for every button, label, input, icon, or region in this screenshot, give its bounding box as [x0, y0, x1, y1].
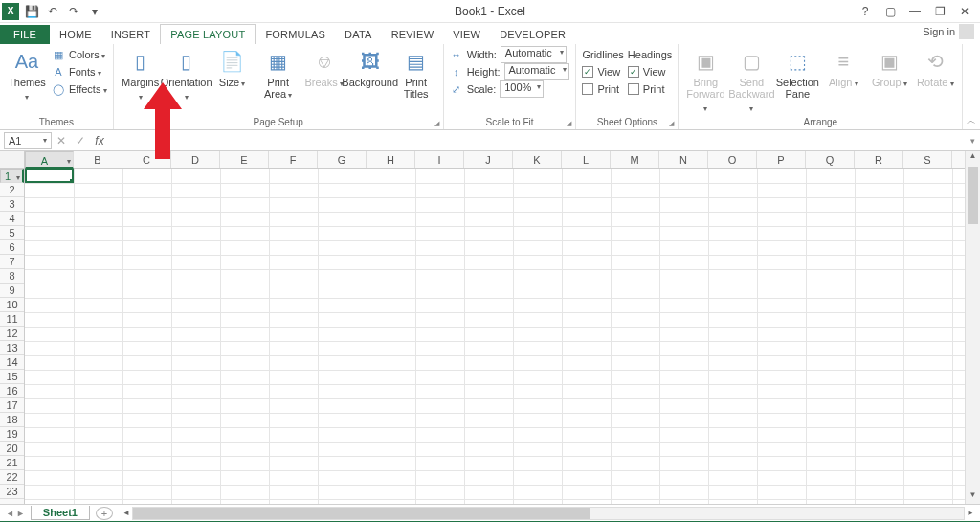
- rotate-button[interactable]: ⟲Rotate: [914, 46, 956, 90]
- row-header[interactable]: 2: [0, 183, 24, 197]
- expand-formula-bar-icon[interactable]: ▾: [965, 136, 980, 146]
- row-header[interactable]: 17: [0, 398, 24, 413]
- column-header[interactable]: Q: [806, 151, 855, 168]
- scroll-down-icon[interactable]: ▼: [966, 490, 980, 504]
- column-header[interactable]: F: [269, 151, 318, 168]
- scroll-left-icon[interactable]: ◄: [120, 508, 133, 519]
- bring-forward-button[interactable]: ▣Bring Forward: [684, 46, 726, 115]
- column-header[interactable]: M: [611, 151, 659, 168]
- tab-insert[interactable]: INSERT: [101, 25, 160, 44]
- print-area-button[interactable]: ▦Print Area: [257, 46, 300, 102]
- row-header[interactable]: 22: [0, 470, 24, 485]
- gridlines-print-check[interactable]: Print: [582, 80, 619, 98]
- column-header[interactable]: R: [855, 151, 903, 168]
- headings-view-check[interactable]: ✓View: [628, 63, 666, 80]
- tab-developer[interactable]: DEVELOPER: [490, 25, 575, 44]
- column-header[interactable]: A: [25, 151, 74, 169]
- row-header[interactable]: 8: [0, 269, 24, 284]
- selection-pane-button[interactable]: ⬚Selection Pane: [776, 46, 818, 100]
- row-header[interactable]: 21: [0, 456, 24, 470]
- save-icon[interactable]: 💾: [23, 3, 40, 20]
- align-button[interactable]: ≡Align: [822, 46, 864, 90]
- row-header[interactable]: 1: [0, 169, 24, 183]
- row-header[interactable]: 7: [0, 255, 24, 269]
- print-titles-button[interactable]: ▤Print Titles: [395, 46, 437, 100]
- scale-spinner[interactable]: 100%: [500, 80, 544, 98]
- sign-in[interactable]: Sign in: [923, 23, 974, 40]
- column-header[interactable]: K: [513, 151, 562, 168]
- formula-input[interactable]: [109, 132, 965, 149]
- row-header[interactable]: 10: [0, 298, 24, 312]
- column-header[interactable]: J: [464, 151, 513, 168]
- column-header[interactable]: S: [903, 151, 952, 168]
- headings-print-check[interactable]: Print: [628, 80, 665, 98]
- ribbon-display-icon[interactable]: ▢: [880, 2, 900, 21]
- tab-review[interactable]: REVIEW: [382, 25, 444, 44]
- tab-data[interactable]: DATA: [335, 25, 382, 44]
- themes-button[interactable]: Aa Themes: [6, 46, 48, 103]
- row-header[interactable]: 4: [0, 212, 24, 226]
- background-button[interactable]: 🖼Background: [349, 46, 391, 88]
- column-header[interactable]: P: [757, 151, 806, 168]
- minimize-icon[interactable]: —: [905, 2, 924, 21]
- tab-file[interactable]: FILE: [0, 25, 50, 44]
- row-header[interactable]: 14: [0, 355, 24, 370]
- row-header[interactable]: 18: [0, 413, 24, 427]
- column-header[interactable]: D: [171, 151, 220, 168]
- row-header[interactable]: 19: [0, 427, 24, 442]
- row-header[interactable]: 13: [0, 341, 24, 355]
- insert-function-icon[interactable]: fx: [90, 134, 109, 148]
- column-header[interactable]: L: [562, 151, 611, 168]
- orientation-button[interactable]: ▯Orientation: [166, 46, 208, 103]
- size-button[interactable]: 📄Size: [212, 46, 254, 90]
- active-cell[interactable]: [25, 169, 74, 183]
- sheet-prev-icon[interactable]: ◄: [6, 509, 14, 518]
- colors-button[interactable]: ▦Colors: [52, 46, 107, 63]
- sheet-next-icon[interactable]: ►: [16, 509, 25, 518]
- horizontal-scrollbar[interactable]: ◄ ►: [132, 507, 965, 520]
- scroll-thumb[interactable]: [133, 508, 590, 519]
- select-all-corner[interactable]: [0, 151, 25, 169]
- row-header[interactable]: 12: [0, 327, 24, 341]
- scroll-right-icon[interactable]: ►: [964, 508, 977, 519]
- row-header[interactable]: 20: [0, 442, 24, 456]
- row-header[interactable]: 23: [0, 485, 24, 499]
- effects-button[interactable]: ◯Effects: [52, 80, 107, 98]
- height-select[interactable]: Automatic: [504, 63, 570, 80]
- column-header[interactable]: H: [367, 151, 415, 168]
- row-header[interactable]: 6: [0, 240, 24, 255]
- vertical-scrollbar[interactable]: ▲ ▼: [965, 151, 980, 504]
- help-icon[interactable]: ?: [856, 2, 875, 21]
- scroll-thumb[interactable]: [968, 167, 978, 224]
- tab-view[interactable]: VIEW: [443, 25, 490, 44]
- fonts-button[interactable]: AFonts: [52, 63, 107, 80]
- new-sheet-button[interactable]: +: [96, 507, 113, 520]
- tab-home[interactable]: HOME: [50, 25, 101, 44]
- send-backward-button[interactable]: ▢Send Backward: [730, 46, 772, 115]
- scroll-up-icon[interactable]: ▲: [966, 151, 980, 165]
- column-header[interactable]: E: [220, 151, 269, 168]
- redo-icon[interactable]: ↷: [65, 3, 82, 20]
- row-header[interactable]: 16: [0, 384, 24, 398]
- row-header[interactable]: 5: [0, 226, 24, 240]
- collapse-ribbon-icon[interactable]: ︿: [967, 114, 976, 127]
- width-select[interactable]: Automatic: [501, 46, 567, 63]
- column-header[interactable]: I: [415, 151, 464, 168]
- tab-page-layout[interactable]: PAGE LAYOUT: [160, 24, 256, 45]
- row-header[interactable]: 9: [0, 284, 24, 298]
- name-box[interactable]: A1: [4, 132, 52, 149]
- column-header[interactable]: O: [708, 151, 757, 168]
- gridlines-view-check[interactable]: ✓View: [582, 63, 620, 80]
- cells-area[interactable]: [25, 169, 965, 504]
- column-header[interactable]: C: [122, 151, 171, 168]
- column-header[interactable]: N: [659, 151, 708, 168]
- row-header[interactable]: 15: [0, 370, 24, 384]
- undo-icon[interactable]: ↶: [44, 3, 61, 20]
- tab-formulas[interactable]: FORMULAS: [256, 25, 335, 44]
- row-header[interactable]: 11: [0, 312, 24, 327]
- group-button[interactable]: ▣Group: [868, 46, 910, 90]
- column-header[interactable]: G: [318, 151, 367, 168]
- sheet-tab-sheet1[interactable]: Sheet1: [31, 506, 90, 520]
- qat-customize-icon[interactable]: ▾: [86, 3, 103, 20]
- margins-button[interactable]: ▯Margins: [120, 46, 162, 103]
